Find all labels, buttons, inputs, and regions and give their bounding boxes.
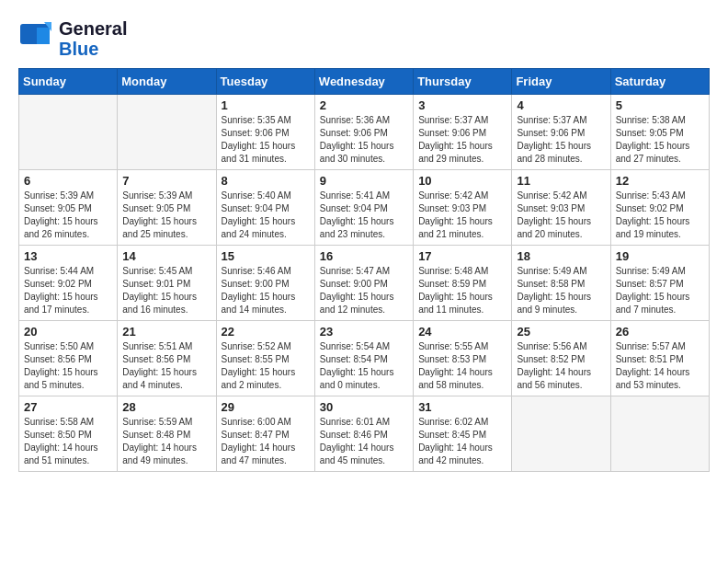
day-number: 24 [418, 325, 506, 339]
calendar-cell: 6Sunrise: 5:39 AM Sunset: 9:05 PM Daylig… [19, 170, 118, 246]
calendar-week-row: 13Sunrise: 5:44 AM Sunset: 9:02 PM Dayli… [19, 246, 710, 321]
day-number: 6 [24, 174, 112, 188]
calendar-cell: 10Sunrise: 5:42 AM Sunset: 9:03 PM Dayli… [414, 170, 512, 246]
cell-content: Sunrise: 5:39 AM Sunset: 9:05 PM Dayligh… [24, 190, 112, 241]
weekday-header: Tuesday [216, 69, 314, 95]
calendar-week-row: 6Sunrise: 5:39 AM Sunset: 9:05 PM Daylig… [19, 170, 710, 246]
day-number: 20 [24, 325, 112, 339]
calendar-table: SundayMondayTuesdayWednesdayThursdayFrid… [18, 68, 710, 472]
calendar-cell [19, 95, 118, 170]
page-header: General Blue [18, 18, 710, 59]
day-number: 15 [222, 249, 310, 263]
calendar-cell: 27Sunrise: 5:58 AM Sunset: 8:50 PM Dayli… [19, 396, 118, 472]
cell-content: Sunrise: 5:56 AM Sunset: 8:52 PM Dayligh… [517, 340, 605, 392]
day-number: 5 [616, 98, 704, 112]
cell-content: Sunrise: 5:51 AM Sunset: 8:56 PM Dayligh… [122, 340, 210, 392]
cell-content: Sunrise: 5:41 AM Sunset: 9:04 PM Dayligh… [320, 190, 408, 241]
calendar-cell: 24Sunrise: 5:55 AM Sunset: 8:53 PM Dayli… [414, 321, 512, 396]
calendar-cell: 25Sunrise: 5:56 AM Sunset: 8:52 PM Dayli… [512, 321, 610, 396]
calendar-cell [118, 95, 216, 170]
day-number: 27 [24, 400, 112, 414]
calendar-cell: 22Sunrise: 5:52 AM Sunset: 8:55 PM Dayli… [216, 321, 314, 396]
weekday-header: Monday [118, 69, 216, 95]
calendar-cell: 13Sunrise: 5:44 AM Sunset: 9:02 PM Dayli… [19, 246, 118, 321]
weekday-header: Friday [512, 69, 610, 95]
calendar-cell: 7Sunrise: 5:39 AM Sunset: 9:05 PM Daylig… [118, 170, 216, 246]
cell-content: Sunrise: 5:40 AM Sunset: 9:04 PM Dayligh… [222, 190, 310, 241]
day-number: 21 [122, 325, 210, 339]
calendar-week-row: 27Sunrise: 5:58 AM Sunset: 8:50 PM Dayli… [19, 396, 710, 472]
calendar-cell: 28Sunrise: 5:59 AM Sunset: 8:48 PM Dayli… [118, 396, 216, 472]
calendar-cell: 8Sunrise: 5:40 AM Sunset: 9:04 PM Daylig… [216, 170, 314, 246]
calendar-header-row: SundayMondayTuesdayWednesdayThursdayFrid… [19, 69, 710, 95]
day-number: 12 [616, 174, 704, 188]
calendar-cell: 3Sunrise: 5:37 AM Sunset: 9:06 PM Daylig… [414, 95, 512, 170]
cell-content: Sunrise: 5:37 AM Sunset: 9:06 PM Dayligh… [418, 114, 506, 166]
calendar-cell: 29Sunrise: 6:00 AM Sunset: 8:47 PM Dayli… [216, 396, 314, 472]
day-number: 19 [616, 249, 704, 263]
cell-content: Sunrise: 5:42 AM Sunset: 9:03 PM Dayligh… [517, 190, 605, 241]
day-number: 31 [418, 400, 506, 414]
calendar-cell: 31Sunrise: 6:02 AM Sunset: 8:45 PM Dayli… [414, 396, 512, 472]
day-number: 8 [222, 174, 310, 188]
cell-content: Sunrise: 6:00 AM Sunset: 8:47 PM Dayligh… [222, 416, 310, 467]
day-number: 2 [320, 98, 408, 112]
cell-content: Sunrise: 5:36 AM Sunset: 9:06 PM Dayligh… [320, 114, 408, 166]
calendar-cell: 21Sunrise: 5:51 AM Sunset: 8:56 PM Dayli… [118, 321, 216, 396]
cell-content: Sunrise: 5:44 AM Sunset: 9:02 PM Dayligh… [24, 265, 112, 316]
cell-content: Sunrise: 5:38 AM Sunset: 9:05 PM Dayligh… [616, 114, 704, 166]
cell-content: Sunrise: 5:55 AM Sunset: 8:53 PM Dayligh… [418, 340, 506, 392]
day-number: 26 [616, 325, 704, 339]
calendar-week-row: 1Sunrise: 5:35 AM Sunset: 9:06 PM Daylig… [19, 95, 710, 170]
cell-content: Sunrise: 5:37 AM Sunset: 9:06 PM Dayligh… [517, 114, 605, 166]
day-number: 14 [122, 249, 210, 263]
cell-content: Sunrise: 6:01 AM Sunset: 8:46 PM Dayligh… [320, 416, 408, 467]
day-number: 10 [418, 174, 506, 188]
day-number: 30 [320, 400, 408, 414]
cell-content: Sunrise: 5:50 AM Sunset: 8:56 PM Dayligh… [24, 340, 112, 392]
cell-content: Sunrise: 5:49 AM Sunset: 8:57 PM Dayligh… [616, 265, 704, 316]
day-number: 16 [320, 249, 408, 263]
calendar-cell: 23Sunrise: 5:54 AM Sunset: 8:54 PM Dayli… [314, 321, 413, 396]
logo: General Blue [18, 18, 127, 59]
cell-content: Sunrise: 5:52 AM Sunset: 8:55 PM Dayligh… [222, 340, 310, 392]
day-number: 17 [418, 249, 506, 263]
cell-content: Sunrise: 5:43 AM Sunset: 9:02 PM Dayligh… [616, 190, 704, 241]
logo-line1: General [59, 18, 127, 39]
cell-content: Sunrise: 5:59 AM Sunset: 8:48 PM Dayligh… [122, 416, 210, 467]
day-number: 13 [24, 249, 112, 263]
cell-content: Sunrise: 5:49 AM Sunset: 8:58 PM Dayligh… [517, 265, 605, 316]
cell-content: Sunrise: 5:42 AM Sunset: 9:03 PM Dayligh… [418, 190, 506, 241]
calendar-cell: 18Sunrise: 5:49 AM Sunset: 8:58 PM Dayli… [512, 246, 610, 321]
day-number: 22 [222, 325, 310, 339]
cell-content: Sunrise: 5:57 AM Sunset: 8:51 PM Dayligh… [616, 340, 704, 392]
calendar-cell: 12Sunrise: 5:43 AM Sunset: 9:02 PM Dayli… [610, 170, 709, 246]
day-number: 28 [122, 400, 210, 414]
day-number: 4 [517, 98, 605, 112]
calendar-cell: 1Sunrise: 5:35 AM Sunset: 9:06 PM Daylig… [216, 95, 314, 170]
calendar-cell: 9Sunrise: 5:41 AM Sunset: 9:04 PM Daylig… [314, 170, 413, 246]
calendar-cell: 11Sunrise: 5:42 AM Sunset: 9:03 PM Dayli… [512, 170, 610, 246]
logo-line2: Blue [59, 39, 127, 59]
cell-content: Sunrise: 5:46 AM Sunset: 9:00 PM Dayligh… [222, 265, 310, 316]
cell-content: Sunrise: 5:54 AM Sunset: 8:54 PM Dayligh… [320, 340, 408, 392]
cell-content: Sunrise: 5:47 AM Sunset: 9:00 PM Dayligh… [320, 265, 408, 316]
day-number: 23 [320, 325, 408, 339]
logo-icon [18, 22, 51, 55]
day-number: 25 [517, 325, 605, 339]
calendar-cell: 14Sunrise: 5:45 AM Sunset: 9:01 PM Dayli… [118, 246, 216, 321]
calendar-cell: 4Sunrise: 5:37 AM Sunset: 9:06 PM Daylig… [512, 95, 610, 170]
calendar-week-row: 20Sunrise: 5:50 AM Sunset: 8:56 PM Dayli… [19, 321, 710, 396]
cell-content: Sunrise: 5:45 AM Sunset: 9:01 PM Dayligh… [122, 265, 210, 316]
weekday-header: Saturday [610, 69, 709, 95]
calendar-cell: 2Sunrise: 5:36 AM Sunset: 9:06 PM Daylig… [314, 95, 413, 170]
cell-content: Sunrise: 6:02 AM Sunset: 8:45 PM Dayligh… [418, 416, 506, 467]
svg-marker-1 [37, 28, 50, 44]
calendar-cell: 5Sunrise: 5:38 AM Sunset: 9:05 PM Daylig… [610, 95, 709, 170]
calendar-cell: 17Sunrise: 5:48 AM Sunset: 8:59 PM Dayli… [414, 246, 512, 321]
calendar-cell: 15Sunrise: 5:46 AM Sunset: 9:00 PM Dayli… [216, 246, 314, 321]
weekday-header: Thursday [414, 69, 512, 95]
day-number: 1 [222, 98, 310, 112]
calendar-cell [512, 396, 610, 472]
calendar-cell [610, 396, 709, 472]
